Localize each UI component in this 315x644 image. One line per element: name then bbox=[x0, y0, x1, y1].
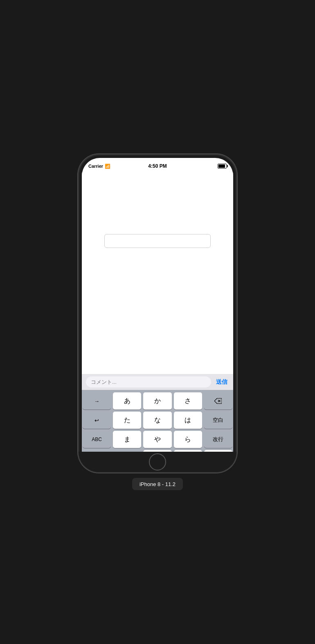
comment-input[interactable] bbox=[86, 376, 211, 387]
home-button-area bbox=[79, 452, 236, 472]
main-text-input[interactable] bbox=[104, 234, 211, 248]
key-a[interactable]: あ bbox=[113, 392, 141, 410]
phone-wrapper: Carrier 📶 4:50 PM 送信 bbox=[78, 154, 237, 490]
device-label: iPhone 8 - 11.2 bbox=[140, 481, 176, 487]
volume-up-button[interactable] bbox=[78, 222, 78, 243]
keyboard-row-3: ABC ま や ら 改行 bbox=[83, 431, 232, 448]
text-field-area bbox=[104, 234, 211, 248]
wifi-icon: 📶 bbox=[105, 164, 110, 169]
key-undo[interactable]: ↩ bbox=[83, 412, 111, 429]
status-bar: Carrier 📶 4:50 PM bbox=[82, 158, 233, 173]
power-button[interactable] bbox=[237, 226, 237, 254]
key-arrow[interactable]: → bbox=[83, 392, 111, 410]
carrier-label: Carrier 📶 bbox=[88, 164, 110, 169]
key-na[interactable]: な bbox=[143, 412, 171, 429]
key-ya[interactable]: や bbox=[143, 431, 171, 448]
battery-icon bbox=[218, 164, 227, 169]
status-time: 4:50 PM bbox=[148, 163, 166, 169]
key-ha[interactable]: は bbox=[174, 412, 202, 429]
comment-bar: 送信 bbox=[82, 374, 233, 390]
key-ta[interactable]: た bbox=[113, 412, 141, 429]
return-key[interactable]: 改行 bbox=[204, 431, 232, 448]
volume-down-button[interactable] bbox=[78, 248, 78, 269]
key-sa[interactable]: さ bbox=[174, 392, 202, 410]
battery-fill bbox=[218, 164, 225, 168]
key-abc[interactable]: ABC bbox=[83, 431, 111, 448]
keyboard-row-1: → あ か さ bbox=[83, 392, 232, 410]
keyboard-row-2: ↩ た な は 空白 bbox=[83, 412, 232, 429]
phone-screen: Carrier 📶 4:50 PM 送信 bbox=[82, 158, 233, 469]
battery-indicator bbox=[218, 164, 227, 169]
home-button[interactable] bbox=[149, 453, 166, 471]
key-ma[interactable]: ま bbox=[113, 431, 141, 448]
send-button[interactable]: 送信 bbox=[214, 377, 229, 387]
space-key[interactable]: 空白 bbox=[204, 412, 232, 429]
device-label-container: iPhone 8 - 11.2 bbox=[132, 478, 183, 490]
delete-key[interactable] bbox=[204, 392, 232, 410]
key-ra[interactable]: ら bbox=[174, 431, 202, 448]
app-content bbox=[82, 173, 233, 374]
phone-frame: Carrier 📶 4:50 PM 送信 bbox=[78, 154, 237, 473]
key-ka[interactable]: か bbox=[143, 392, 171, 410]
